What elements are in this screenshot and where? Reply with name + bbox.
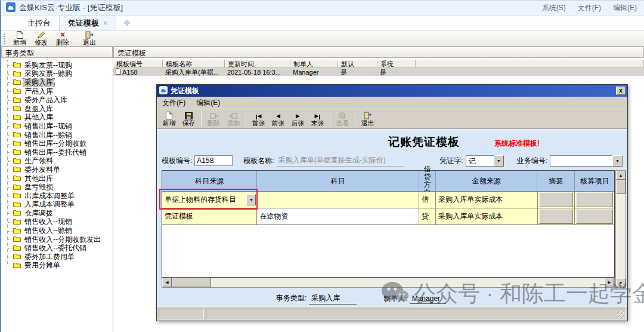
resize-grip[interactable] (617, 311, 624, 318)
subject-cell[interactable]: 在途物资 (257, 208, 419, 225)
col-default[interactable]: 默认 (338, 60, 377, 68)
folder-icon (13, 78, 21, 87)
menu-file[interactable]: 文件(F) (578, 3, 601, 13)
scroll-down-icon[interactable]: ▼ (616, 278, 626, 287)
tree-item[interactable]: 委外发料单 (4, 165, 113, 174)
folder-icon (13, 165, 21, 174)
dialog-new-button[interactable]: 新增 (159, 112, 179, 127)
tree-item[interactable]: 销售出库--现销 (4, 122, 113, 131)
tree-item-label: 销售出库--赊销 (23, 131, 73, 139)
row-creator: Manager (290, 69, 338, 76)
tree-item[interactable]: 费用分摊单 (4, 262, 113, 270)
col-updated[interactable]: 更新时间 (225, 60, 290, 68)
tab-voucher-template[interactable]: 凭证模板 × (59, 15, 116, 30)
tree-item-label: 委外加工费用单 (23, 253, 76, 261)
menu-system[interactable]: 系统(S) (542, 3, 566, 13)
col-system[interactable]: 系统 (377, 60, 416, 68)
chevron-down-icon[interactable]: ▼ (246, 194, 256, 205)
table-row[interactable]: A158 采购入库单(单据... 2021-05-18 16:3... Mana… (113, 68, 644, 76)
tree-item[interactable]: 销售收入--委托代销 (4, 244, 113, 253)
tree-item[interactable]: 委外加工费用单 (4, 253, 113, 262)
menu-edit[interactable]: 编辑(E) (613, 3, 637, 13)
tree-item[interactable]: 销售出库--赊销 (4, 131, 113, 140)
disabled-block (539, 209, 574, 224)
dialog-menu-file[interactable]: 文件(F) (162, 98, 185, 108)
chevron-down-icon[interactable]: ▼ (612, 155, 623, 167)
dialog-last-button[interactable]: ▶ 末张 (308, 112, 327, 127)
tree-item[interactable]: 采购发票--现购 (4, 61, 113, 70)
scroll-up-icon[interactable]: ▲ (616, 171, 626, 180)
tree-item[interactable]: 仓库调拨 (4, 209, 113, 218)
scrollbar-thumb[interactable] (172, 278, 211, 287)
tree-item-label: 盘亏毁损 (23, 183, 54, 191)
list-column-headers: 模板编号 模板名称 更新时间 制单人 默认 系统 (113, 60, 644, 68)
tree-item[interactable]: 其他出库 (4, 174, 113, 183)
tree-item[interactable]: 委外产品入库 (4, 96, 113, 104)
dialog-first-button[interactable]: ◀ 首张 (249, 112, 268, 127)
tree-item[interactable]: 销售出库--分期收款 (4, 139, 113, 148)
tree-item[interactable]: 入库成本调整单 (4, 201, 113, 210)
scrollbar-thumb[interactable] (616, 180, 626, 194)
exit-button[interactable]: 退出 (79, 31, 100, 46)
tab-label: 凭证模板 (68, 18, 99, 29)
tree-item[interactable]: 产品入库 (4, 87, 113, 96)
dialog-toolbar: 新增 保存 删除 添加 ◀ 首张 ◀ 前张 (157, 109, 627, 129)
tree-item[interactable]: 盘盈入库 (4, 104, 113, 113)
tree-item[interactable]: 销售收入--现销 (4, 218, 113, 227)
tab-console[interactable]: 主控台 (19, 16, 59, 30)
dialog-next-button[interactable]: ▶ 后张 (288, 112, 308, 127)
horizontal-scrollbar[interactable]: ◀ ▶ (162, 278, 615, 288)
dialog-menu-edit[interactable]: 编辑(E) (196, 98, 220, 108)
business-no-select[interactable]: ▼ (550, 155, 623, 167)
tree-item[interactable]: 盘亏毁损 (4, 183, 113, 192)
subject-cell[interactable] (257, 192, 419, 208)
chevron-down-icon[interactable]: ▼ (494, 155, 504, 167)
tree-item-label: 委外发料单 (23, 166, 61, 174)
tab-add-icon[interactable] (123, 19, 131, 28)
voucher-word-select[interactable]: 记 ▼ (466, 155, 504, 167)
tree-item[interactable]: 采购发票--赊购 (4, 70, 113, 79)
tab-close-icon[interactable]: × (103, 20, 107, 26)
business-no-value (550, 155, 612, 167)
direction-cell[interactable]: 贷 (419, 208, 436, 225)
dialog-save-button[interactable]: 保存 (179, 112, 199, 127)
tree-item-label: 销售出库--委托代销 (23, 149, 88, 156)
col-creator[interactable]: 制单人 (290, 60, 338, 68)
col-direction: 借贷方向 (419, 171, 436, 192)
tree-item[interactable]: 其他入库 (4, 113, 113, 122)
voucher-template-dialog: 凭证模板 x 文件(F) 编辑(E) 新增 保存 删除 添加 (156, 84, 628, 321)
scroll-left-icon[interactable]: ◀ (162, 278, 172, 287)
new-button[interactable]: 新增 (9, 31, 30, 46)
template-code-input[interactable] (194, 155, 233, 166)
tree-item[interactable]: 采购入库 (4, 78, 113, 87)
disabled-block (576, 192, 613, 207)
entry-row-credit: 凭证模板 在途物资 贷 采购入库单实际成本 (162, 208, 614, 225)
subject-source-combo[interactable]: 单据上物料的存货科目 ▼ (162, 192, 257, 208)
dialog-exit-button[interactable]: 退出 (358, 112, 377, 127)
delete-button[interactable]: × 删除 (52, 31, 73, 46)
col-summary: 摘要 (537, 171, 575, 192)
modify-label: 修改 (35, 39, 48, 46)
amount-source-cell[interactable]: 采购入库单实际成本 (436, 208, 537, 225)
scroll-right-icon[interactable]: ▶ (605, 278, 614, 287)
next-record-icon: ▶ (296, 112, 300, 119)
vertical-scrollbar[interactable]: ▲ ▼ (615, 170, 626, 288)
tree-item[interactable]: 生产领料 (4, 157, 113, 166)
row-doc-icon (116, 68, 121, 76)
col-template-name[interactable]: 模板名称 (163, 60, 225, 68)
direction-cell[interactable]: 借 (419, 192, 436, 208)
dialog-close-button[interactable]: x (616, 87, 626, 95)
amount-source-cell[interactable]: 采购入库单实际成本 (436, 192, 537, 208)
tree-item[interactable]: 销售出库--委托代销 (4, 148, 113, 157)
col-template-code[interactable]: 模板编号 (113, 60, 163, 68)
row-system: 是 (377, 69, 416, 76)
tree-item[interactable]: 出库成本调整单 (4, 192, 113, 201)
tree-item[interactable]: 销售收入--赊销 (4, 226, 113, 235)
dialog-titlebar[interactable]: 凭证模板 x (157, 85, 627, 97)
modify-button[interactable]: 修改 (30, 31, 52, 46)
tree-item[interactable]: 销售收入--分期收款发出 (4, 235, 113, 244)
subject-source-value: 单据上物料的存货科目 (165, 195, 236, 205)
dialog-prev-button[interactable]: ◀ 前张 (268, 112, 288, 127)
subject-source-cell[interactable]: 凭证模板 (162, 208, 257, 225)
disabled-block (576, 209, 613, 224)
